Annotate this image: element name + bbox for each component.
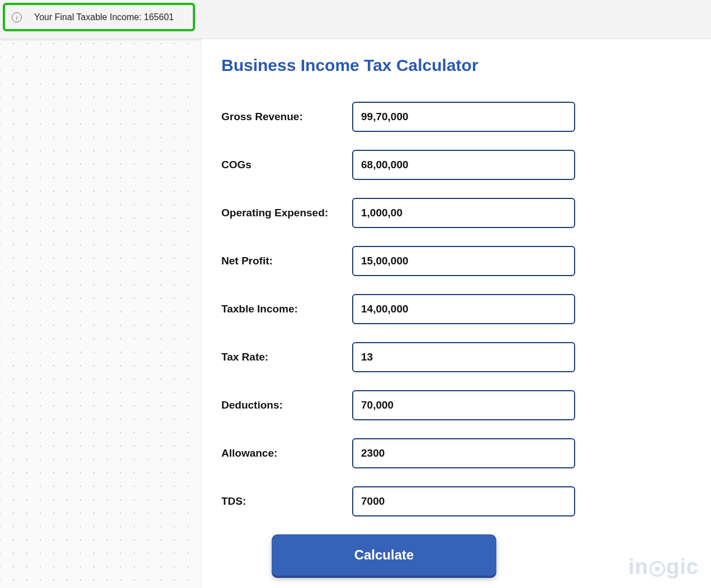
gross-revenue-input[interactable]: [352, 102, 575, 132]
inogic-logo: in gic: [628, 555, 699, 579]
deductions-label: Deductions:: [221, 399, 352, 411]
allowance-label: Allowance:: [221, 447, 352, 459]
form-row-taxable-income: Taxble Income:: [221, 294, 691, 324]
form-row-allowance: Allowance:: [221, 438, 691, 468]
gross-revenue-label: Gross Revenue:: [221, 111, 352, 123]
net-profit-input[interactable]: [352, 246, 575, 276]
tds-input[interactable]: [352, 486, 575, 516]
calculate-button[interactable]: Calculate: [272, 534, 496, 576]
page-title: Business Income Tax Calculator: [221, 56, 691, 75]
deductions-input[interactable]: [352, 390, 575, 420]
form-row-net-profit: Net Profit:: [221, 246, 691, 276]
left-sidebar: [0, 39, 201, 588]
form-row-tds: TDS:: [221, 486, 691, 516]
cogs-label: COGs: [221, 159, 352, 171]
form-row-cogs: COGs: [221, 150, 691, 180]
tds-label: TDS:: [221, 495, 352, 508]
form-row-operating-expenses: Operating Expensed:: [221, 198, 691, 228]
calculator-form: Gross Revenue: COGsOperating Expensed:Ne…: [221, 102, 691, 516]
net-profit-label: Net Profit:: [221, 255, 352, 267]
form-row-tax-rate: Tax Rate:: [221, 342, 691, 372]
form-row-deductions: Deductions:: [221, 390, 691, 420]
cogs-input[interactable]: [352, 150, 575, 180]
result-message: Your Final Taxable Income: 165601: [34, 12, 174, 22]
top-notification-bar: i Your Final Taxable Income: 165601: [0, 0, 711, 39]
taxable-income-input[interactable]: [352, 294, 575, 324]
taxable-income-label: Taxble Income:: [221, 303, 352, 315]
operating-expenses-label: Operating Expensed:: [221, 207, 352, 219]
tax-rate-input[interactable]: [352, 342, 575, 372]
logo-text-post: gic: [666, 555, 699, 579]
logo-text-pre: in: [628, 555, 648, 579]
tax-rate-label: Tax Rate:: [221, 351, 352, 363]
operating-expenses-input[interactable]: [352, 198, 575, 228]
allowance-input[interactable]: [352, 438, 575, 468]
form-row-gross-revenue: Gross Revenue:: [221, 102, 691, 132]
result-callout: i Your Final Taxable Income: 165601: [3, 3, 195, 31]
info-icon: i: [12, 12, 22, 22]
main-panel: Business Income Tax Calculator Gross Rev…: [201, 39, 711, 588]
logo-target-icon: [650, 561, 665, 577]
